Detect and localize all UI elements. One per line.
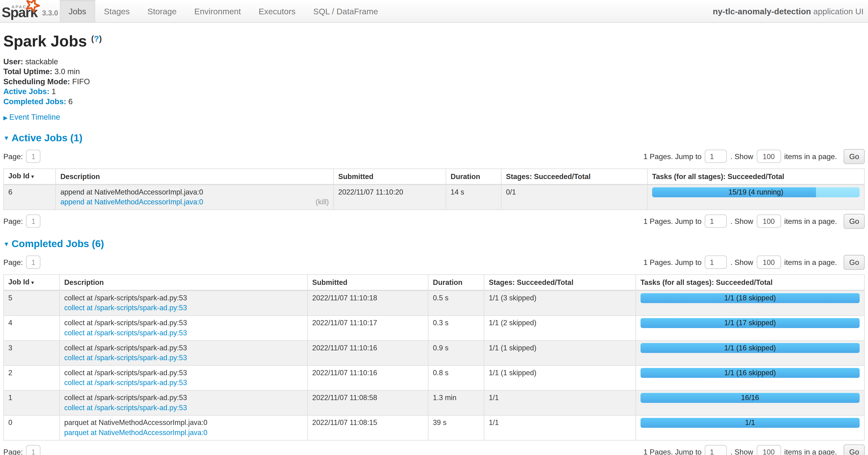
summary-label: Scheduling Mode: [3, 77, 70, 86]
jump-to-page-input[interactable] [705, 215, 727, 228]
jump-to-page-input[interactable] [705, 445, 727, 455]
job-description-link[interactable]: collect at /spark-scripts/spark-ad.py:53 [64, 403, 187, 413]
job-description-text: collect at /spark-scripts/spark-ad.py:53 [64, 368, 303, 378]
job-row: 1collect at /spark-scripts/spark-ad.py:5… [3, 391, 864, 415]
summary-item: Total Uptime: 3.0 min [3, 66, 865, 77]
column-header-label: Duration [451, 172, 480, 180]
page-number-input[interactable] [26, 150, 40, 163]
active-jobs-table: Job Id▾DescriptionSubmittedDurationStage… [3, 169, 865, 210]
submitted-cell: 2022/11/07 11:10:17 [308, 316, 428, 340]
summary-value: stackable [23, 57, 58, 66]
submitted-cell: 2022/11/07 11:10:16 [308, 365, 428, 390]
column-header-label: Description [60, 172, 100, 180]
column-header-1[interactable]: Description [60, 275, 308, 290]
summary-item: Scheduling Mode: FIFO [3, 77, 865, 87]
tab-storage[interactable]: Storage [138, 0, 185, 22]
completed-jobs-pagination-top: Page: 1 Pages. Jump to . Show items in a… [3, 254, 865, 270]
items-label: items in a page. [784, 258, 837, 266]
tasks-cell: 1/1 (18 skipped) [636, 290, 864, 315]
tab-jobs[interactable]: Jobs [60, 0, 95, 22]
help-paren-close: ) [99, 34, 102, 43]
submitted-cell: 2022/11/07 11:08:58 [308, 391, 428, 415]
task-progress-label: 1/1 (17 skipped) [641, 318, 860, 328]
section-active-jobs[interactable]: ▼Active Jobs (1) [3, 132, 865, 145]
column-header-2[interactable]: Submitted [308, 275, 428, 290]
go-button[interactable]: Go [844, 255, 865, 269]
go-button[interactable]: Go [844, 214, 865, 229]
tasks-cell: 1/1 [636, 415, 864, 440]
page-number-input[interactable] [26, 445, 40, 455]
show-label: . Show [731, 217, 753, 225]
help-link[interactable]: ? [94, 34, 99, 43]
go-button[interactable]: Go [844, 444, 865, 455]
task-progress-bar: 1/1 (16 skipped) [641, 343, 860, 353]
items-per-page-input[interactable] [757, 445, 781, 455]
summary-label[interactable]: Completed Jobs: [3, 97, 66, 106]
task-progress-label: 1/1 (16 skipped) [641, 368, 860, 378]
tab-executors[interactable]: Executors [250, 0, 304, 22]
job-description-link[interactable]: collect at /spark-scripts/spark-ad.py:53 [64, 353, 187, 363]
pages-summary: 1 Pages. Jump to [644, 217, 702, 225]
items-per-page-input[interactable] [757, 215, 781, 228]
summary-label[interactable]: Active Jobs: [3, 87, 50, 96]
summary-value: FIFO [70, 77, 90, 86]
spark-version: 3.3.0 [42, 9, 58, 17]
job-row: 0parquet at NativeMethodAccessorImpl.jav… [3, 415, 864, 440]
spark-logo[interactable]: APACHE Spark 3.3.0 [0, 0, 60, 22]
go-button[interactable]: Go [844, 149, 865, 164]
page-label: Page: [3, 217, 23, 225]
column-header-3[interactable]: Duration [428, 275, 484, 290]
job-description-line2: collect at /spark-scripts/spark-ad.py:53 [64, 378, 303, 388]
job-description-text: append at NativeMethodAccessorImpl.java:… [60, 187, 329, 197]
page-label: Page: [3, 258, 23, 266]
items-per-page-input[interactable] [757, 256, 781, 269]
stages-cell: 1/1 (3 skipped) [484, 290, 636, 315]
jump-to-page-input[interactable] [705, 256, 727, 269]
column-header-2[interactable]: Submitted [334, 169, 446, 184]
event-timeline-toggle[interactable]: ▶Event Timeline [3, 112, 865, 123]
column-header-0[interactable]: Job Id▾ [3, 275, 60, 290]
column-header-3[interactable]: Duration [446, 169, 501, 184]
tab-sql-dataframe[interactable]: SQL / DataFrame [305, 0, 387, 22]
tab-stages[interactable]: Stages [95, 0, 138, 22]
tab-environment[interactable]: Environment [185, 0, 250, 22]
jump-to-page-input[interactable] [705, 150, 727, 163]
page-number-input[interactable] [26, 215, 40, 228]
column-header-1[interactable]: Description [56, 169, 334, 184]
summary-list: User: stackableTotal Uptime: 3.0 minSche… [3, 57, 865, 107]
help-link-wrap: (?) [91, 34, 102, 43]
kill-link[interactable]: (kill) [316, 197, 329, 207]
job-description-link[interactable]: collect at /spark-scripts/spark-ad.py:53 [64, 378, 187, 388]
job-description-link[interactable]: collect at /spark-scripts/spark-ad.py:53 [64, 303, 187, 313]
job-description-link[interactable]: collect at /spark-scripts/spark-ad.py:53 [64, 328, 187, 338]
stages-cell: 0/1 [501, 184, 647, 209]
tasks-cell: 1/1 (17 skipped) [636, 316, 864, 340]
tasks-cell: 16/16 [636, 391, 864, 415]
duration-cell: 0.8 s [428, 365, 484, 390]
job-id-cell: 4 [3, 316, 60, 340]
submitted-cell: 2022/11/07 11:10:18 [308, 290, 428, 315]
stages-cell: 1/1 (1 skipped) [484, 340, 636, 365]
items-per-page-input[interactable] [757, 150, 781, 163]
column-header-5[interactable]: Tasks (for all stages): Succeeded/Total [636, 275, 864, 290]
column-header-label: Job Id [8, 278, 29, 286]
column-header-0[interactable]: Job Id▾ [3, 169, 56, 184]
page-title: Spark Jobs (?) [3, 33, 865, 52]
column-header-label: Tasks (for all stages): Succeeded/Total [652, 172, 784, 180]
page-number-input[interactable] [26, 256, 40, 269]
completed-jobs-pagination-bottom: Page: 1 Pages. Jump to . Show items in a… [3, 444, 865, 455]
job-description-line2: append at NativeMethodAccessorImpl.java:… [60, 197, 329, 207]
duration-cell: 14 s [446, 184, 501, 209]
job-description-cell: append at NativeMethodAccessorImpl.java:… [56, 184, 334, 209]
stages-cell: 1/1 (2 skipped) [484, 316, 636, 340]
job-description-link[interactable]: parquet at NativeMethodAccessorImpl.java… [64, 428, 208, 438]
duration-cell: 39 s [428, 415, 484, 440]
job-row: 2collect at /spark-scripts/spark-ad.py:5… [3, 365, 864, 390]
section-completed-jobs[interactable]: ▼Completed Jobs (6) [3, 238, 865, 251]
show-label: . Show [731, 152, 753, 160]
column-header-5[interactable]: Tasks (for all stages): Succeeded/Total [647, 169, 865, 184]
column-header-4[interactable]: Stages: Succeeded/Total [501, 169, 647, 184]
column-header-4[interactable]: Stages: Succeeded/Total [484, 275, 636, 290]
duration-cell: 1.3 min [428, 391, 484, 415]
job-description-link[interactable]: append at NativeMethodAccessorImpl.java:… [60, 197, 203, 207]
